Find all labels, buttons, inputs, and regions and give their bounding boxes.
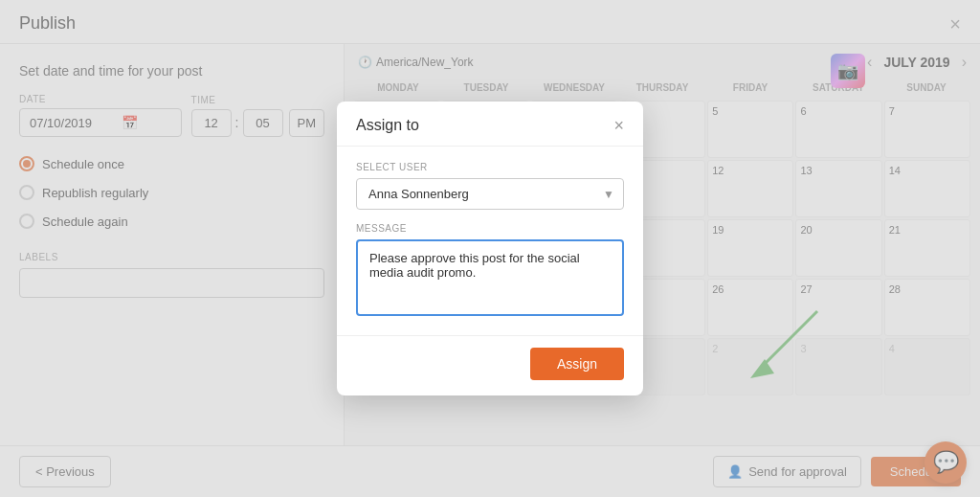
message-textarea[interactable]: Please approve this post for the social … (356, 239, 624, 316)
assign-modal-header: Assign to × (337, 102, 643, 147)
assign-select-wrap: Anna Sonnenberg ▼ (356, 178, 624, 210)
assign-modal-footer: Assign (337, 335, 643, 395)
user-select[interactable]: Anna Sonnenberg (356, 178, 624, 210)
select-user-label: SELECT USER (356, 162, 624, 172)
assign-modal-title: Assign to (356, 117, 419, 134)
assign-modal-body: SELECT USER Anna Sonnenberg ▼ MESSAGE Pl… (337, 147, 643, 335)
modal-overlay: Assign to × SELECT USER Anna Sonnenberg … (0, 0, 980, 497)
assign-modal: Assign to × SELECT USER Anna Sonnenberg … (337, 102, 643, 395)
message-label: MESSAGE (356, 223, 624, 234)
assign-button[interactable]: Assign (530, 348, 624, 380)
assign-close-button[interactable]: × (613, 117, 624, 134)
publish-dialog: Publish × Set date and time for your pos… (0, 0, 980, 497)
